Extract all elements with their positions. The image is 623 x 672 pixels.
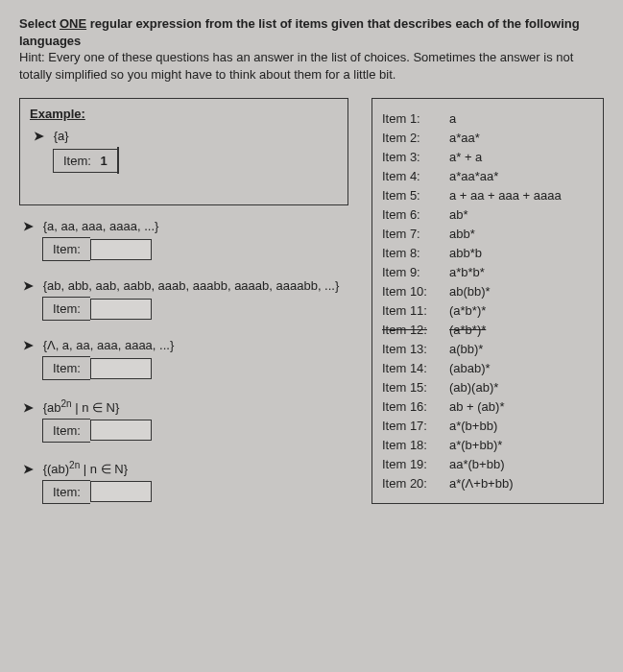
question-set: ➤ {Λ, a, aa, aaa, aaaa, ...} [19,338,348,352]
choice-label: Item 14: [382,361,442,375]
choice-row: Item 3: a* + a [382,150,593,164]
choice-label: Item 15: [382,380,442,395]
choice-expr: (a*b*)* [449,303,486,318]
example-title: Example: [30,107,338,121]
choice-label: Item 1: [382,111,442,126]
choice-label: Item 13: [382,342,442,356]
choice-expr: a(bb)* [449,342,483,356]
choice-expr: (abab)* [449,361,491,375]
instr-line2: Hint: Every one of these questions has a… [19,49,604,83]
item-input[interactable] [90,239,152,260]
chevron-icon: ➤ [23,278,34,293]
question-set-text: {ab2n | n ∈ N} [43,400,120,415]
example-box: Example: ➤ {a} Item: 1 [19,98,348,205]
choice-expr: aa*(b+bb) [449,457,504,471]
choice-label: Item 20: [382,476,442,491]
choice-label: Item 4: [382,169,442,183]
choice-row: Item 18: a*(b+bb)* [382,438,593,452]
question-set-text: {a, aa, aaa, aaaa, ...} [43,219,159,233]
chevron-icon: ➤ [23,462,34,476]
question-item-group: Item: [42,419,348,443]
choice-row: Item 4: a*aa*aa* [382,169,593,183]
item-label: Item: [42,480,90,504]
question-item-group: Item: [42,356,348,380]
instr-line1c: regular expression from the list of item… [19,16,580,48]
choice-label: Item 16: [382,399,442,414]
choice-row: Item 14: (abab)* [382,361,593,375]
choice-row: Item 12: (a*b*)* [382,323,593,337]
example-item-value: 1 [101,154,108,168]
question-set-text: {ab, abb, aab, aabb, aaab, aaabb, aaaab,… [43,278,340,293]
choices-box: Item 1: a Item 2: a*aa* Item 3: a* + a I… [371,98,604,504]
item-input[interactable] [90,420,152,441]
choice-expr: abb* [449,227,475,241]
choice-expr: a*b*b* [449,265,485,279]
item-label: Item: [42,419,90,443]
question-item-group: Item: [42,480,348,504]
example-set-text: {a} [54,129,69,143]
question-set: ➤ {ab, abb, aab, aabb, aaab, aaabb, aaaa… [19,278,348,293]
choice-row: Item 9: a*b*b* [382,265,593,279]
choice-expr: (a*b*)* [449,323,486,337]
item-label: Item: [42,297,90,321]
choice-expr: ab(bb)* [449,284,491,299]
choice-row: Item 13: a(bb)* [382,342,593,356]
choice-expr: ab + (ab)* [449,399,504,414]
choice-row: Item 15: (ab)(ab)* [382,380,593,395]
choice-label: Item 7: [382,227,442,241]
choice-expr: a*(b+bb)* [449,438,502,452]
chevron-icon: ➤ [34,129,44,143]
choice-row: Item 8: abb*b [382,246,593,260]
choice-row: Item 16: ab + (ab)* [382,399,593,414]
choice-expr: (ab)(ab)* [449,380,498,395]
choice-label: Item 3: [382,150,442,164]
choice-expr: a* + a [449,150,482,164]
choice-row: Item 6: ab* [382,207,593,222]
instructions-block: Select ONE regular expression from the l… [19,15,604,83]
chevron-icon: ➤ [23,219,34,233]
example-item-group: Item: 1 [53,147,338,174]
question-set: ➤ {ab2n | n ∈ N} [19,397,348,414]
question-set-text: {Λ, a, aa, aaa, aaaa, ...} [43,338,175,352]
item-input[interactable] [90,481,152,502]
item-input[interactable] [90,358,152,379]
question-item-group: Item: [42,237,348,261]
choice-row: Item 20: a*(Λ+b+bb) [382,476,593,491]
choice-expr: a + aa + aaa + aaaa [449,188,562,203]
left-column: Example: ➤ {a} Item: 1 ➤ {a, aa, aaa, aa… [19,98,348,521]
choice-row: Item 7: abb* [382,227,593,241]
choice-expr: a*aa*aa* [449,169,498,183]
choice-label: Item 19: [382,457,442,471]
choice-row: Item 5: a + aa + aaa + aaaa [382,188,593,203]
choice-row: Item 11: (a*b*)* [382,303,593,318]
example-item-label: Item: 1 [53,149,117,173]
example-set: ➤ {a} [30,129,338,143]
choice-row: Item 10: ab(bb)* [382,284,593,299]
choice-row: Item 19: aa*(b+bb) [382,457,593,471]
choice-label: Item 6: [382,207,442,222]
choice-row: Item 2: a*aa* [382,131,593,145]
choice-expr: a*(Λ+b+bb) [449,476,514,491]
item-label: Item: [42,356,90,380]
choice-row: Item 1: a [382,111,593,126]
item-label: Item: [42,237,90,261]
choice-label: Item 9: [382,265,442,279]
choice-label: Item 17: [382,419,442,433]
choice-label: Item 8: [382,246,442,260]
choice-row: Item 17: a*(b+bb) [382,419,593,433]
choice-expr: a*aa* [449,131,480,145]
instr-line1b: ONE [60,16,86,31]
question-set-text: {(ab)2n | n ∈ N} [43,462,128,476]
item-input[interactable] [90,299,152,320]
question-item-group: Item: [42,297,348,321]
choice-label: Item 5: [382,188,442,203]
choice-expr: a*(b+bb) [449,419,497,433]
chevron-icon: ➤ [23,338,34,352]
choice-label: Item 10: [382,284,442,299]
choice-label: Item 18: [382,438,442,452]
instr-line1a: Select [19,16,60,31]
choice-expr: abb*b [449,246,482,260]
chevron-icon: ➤ [23,400,34,415]
question-set: ➤ {(ab)2n | n ∈ N} [19,460,348,476]
question-set: ➤ {a, aa, aaa, aaaa, ...} [19,219,348,233]
